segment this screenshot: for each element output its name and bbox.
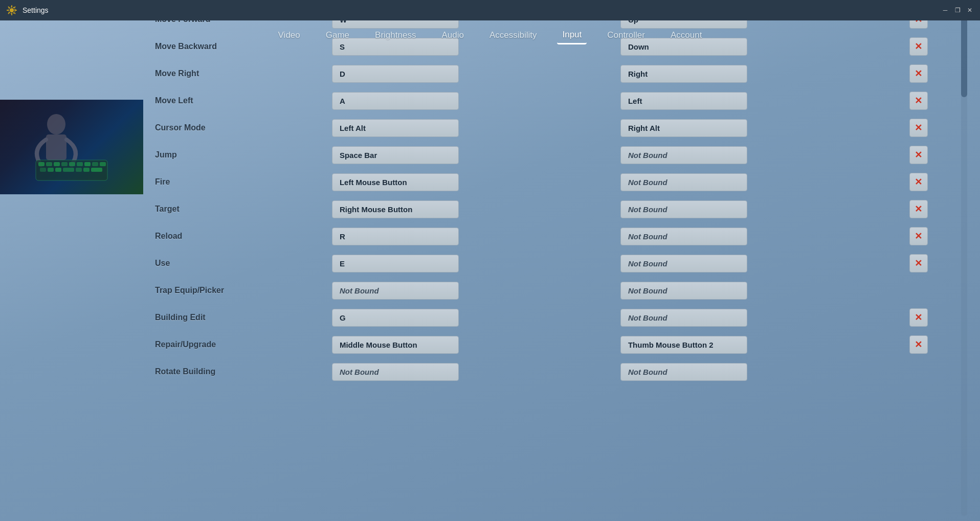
table-row: FireLeft Mouse ButtonNot Bound✕ — [153, 169, 954, 195]
table-row: Trap Equip/PickerNot BoundNot Bound — [153, 278, 954, 303]
scroll-container: Move ForwardWUp✕Move BackwardSDown✕Move … — [153, 5, 970, 516]
binding-label: Rotate Building — [153, 359, 330, 384]
binding-label: Building Edit — [153, 305, 330, 330]
clear-binding-button[interactable]: ✕ — [909, 146, 928, 164]
table-row: Move LeftALeft✕ — [153, 88, 954, 114]
title-bar: Settings ─ ❐ ✕ — [0, 0, 980, 20]
binding-key1[interactable]: Right Mouse Button — [330, 196, 613, 222]
thumbnail-image — [0, 100, 143, 194]
table-row: JumpSpace BarNot Bound✕ — [153, 142, 954, 168]
svg-rect-7 — [54, 162, 60, 166]
binding-label: Cursor Mode — [153, 115, 330, 141]
scrollbar[interactable] — [961, 5, 967, 516]
clear-binding-button[interactable]: ✕ — [909, 119, 928, 137]
binding-key1[interactable]: G — [330, 305, 613, 330]
binding-key1[interactable]: Left Alt — [330, 115, 613, 141]
delete-binding-cell — [908, 359, 954, 384]
clear-binding-button[interactable]: ✕ — [909, 254, 928, 273]
binding-key2[interactable]: Not Bound — [617, 278, 904, 303]
delete-binding-cell[interactable]: ✕ — [908, 61, 954, 86]
binding-key1[interactable]: Not Bound — [330, 359, 613, 384]
nav-brightness[interactable]: Brightness — [370, 27, 421, 43]
binding-key1[interactable]: Left Mouse Button — [330, 169, 613, 195]
nav-game[interactable]: Game — [321, 27, 354, 43]
binding-key1[interactable]: E — [330, 251, 613, 276]
delete-binding-cell[interactable]: ✕ — [908, 88, 954, 114]
close-button[interactable]: ✕ — [966, 6, 974, 14]
binding-key2[interactable]: Right — [617, 61, 904, 86]
delete-binding-cell[interactable]: ✕ — [908, 115, 954, 141]
title-bar-controls: ─ ❐ ✕ — [941, 6, 974, 14]
binding-label: Target — [153, 196, 330, 222]
binding-key2[interactable]: Right Alt — [617, 115, 904, 141]
clear-binding-button[interactable]: ✕ — [909, 308, 928, 327]
nav-audio[interactable]: Audio — [436, 27, 469, 43]
table-row: Building EditGNot Bound✕ — [153, 305, 954, 330]
clear-binding-button[interactable]: ✕ — [909, 200, 928, 218]
table-row: Repair/UpgradeMiddle Mouse ButtonThumb M… — [153, 332, 954, 357]
svg-rect-13 — [100, 162, 106, 166]
svg-rect-10 — [77, 162, 83, 166]
clear-binding-button[interactable]: ✕ — [909, 173, 928, 191]
binding-key2[interactable]: Not Bound — [617, 359, 904, 384]
svg-rect-3 — [46, 134, 66, 160]
nav-account[interactable]: Account — [665, 27, 707, 43]
app-icon — [6, 5, 17, 16]
binding-key1[interactable]: Space Bar — [330, 142, 613, 168]
binding-key2[interactable]: Not Bound — [617, 196, 904, 222]
table-row: Cursor ModeLeft AltRight Alt✕ — [153, 115, 954, 141]
binding-key2[interactable]: Thumb Mouse Button 2 — [617, 332, 904, 357]
keyboard-icon — [10, 109, 133, 186]
svg-rect-11 — [84, 162, 91, 166]
app-title: Settings — [23, 6, 49, 14]
svg-point-0 — [10, 9, 13, 12]
binding-key1[interactable]: A — [330, 88, 613, 114]
clear-binding-button[interactable]: ✕ — [909, 92, 928, 110]
delete-binding-cell[interactable]: ✕ — [908, 142, 954, 168]
delete-binding-cell[interactable]: ✕ — [908, 251, 954, 276]
binding-key1[interactable]: R — [330, 223, 613, 249]
binding-key1[interactable]: Not Bound — [330, 278, 613, 303]
restore-button[interactable]: ❐ — [953, 6, 962, 14]
svg-rect-6 — [46, 162, 52, 166]
clear-binding-button[interactable]: ✕ — [909, 335, 928, 354]
nav-input[interactable]: Input — [557, 27, 587, 44]
binding-key2[interactable]: Not Bound — [617, 305, 904, 330]
svg-rect-19 — [83, 168, 90, 172]
delete-binding-cell[interactable]: ✕ — [908, 169, 954, 195]
binding-key2[interactable]: Not Bound — [617, 251, 904, 276]
nav-bar: Video Game Brightness Audio Accessibilit… — [0, 20, 980, 50]
delete-binding-cell[interactable]: ✕ — [908, 332, 954, 357]
delete-binding-cell[interactable]: ✕ — [908, 305, 954, 330]
svg-rect-20 — [91, 168, 102, 172]
nav-video[interactable]: Video — [273, 27, 305, 43]
clear-binding-button[interactable]: ✕ — [909, 227, 928, 245]
table-row: Rotate BuildingNot BoundNot Bound — [153, 359, 954, 384]
svg-rect-8 — [61, 162, 68, 166]
binding-key1[interactable]: Middle Mouse Button — [330, 332, 613, 357]
binding-label: Reload — [153, 223, 330, 249]
minimize-button[interactable]: ─ — [941, 6, 949, 14]
binding-key2[interactable]: Not Bound — [617, 169, 904, 195]
svg-rect-15 — [48, 168, 54, 172]
thumbnail-panel — [0, 100, 143, 194]
svg-rect-17 — [63, 168, 74, 172]
svg-point-2 — [47, 114, 65, 134]
svg-rect-14 — [40, 168, 46, 172]
binding-key2[interactable]: Not Bound — [617, 223, 904, 249]
delete-binding-cell[interactable]: ✕ — [908, 223, 954, 249]
binding-key2[interactable]: Left — [617, 88, 904, 114]
svg-rect-16 — [55, 168, 61, 172]
nav-controller[interactable]: Controller — [602, 27, 650, 43]
binding-label: Jump — [153, 142, 330, 168]
settings-panel: Move ForwardWUp✕Move BackwardSDown✕Move … — [143, 0, 980, 521]
table-row: Move RightDRight✕ — [153, 61, 954, 86]
binding-key1[interactable]: D — [330, 61, 613, 86]
clear-binding-button[interactable]: ✕ — [909, 64, 928, 83]
svg-rect-12 — [92, 162, 98, 166]
binding-label: Fire — [153, 169, 330, 195]
binding-key2[interactable]: Not Bound — [617, 142, 904, 168]
nav-accessibility[interactable]: Accessibility — [484, 27, 542, 43]
delete-binding-cell[interactable]: ✕ — [908, 196, 954, 222]
binding-label: Move Right — [153, 61, 330, 86]
